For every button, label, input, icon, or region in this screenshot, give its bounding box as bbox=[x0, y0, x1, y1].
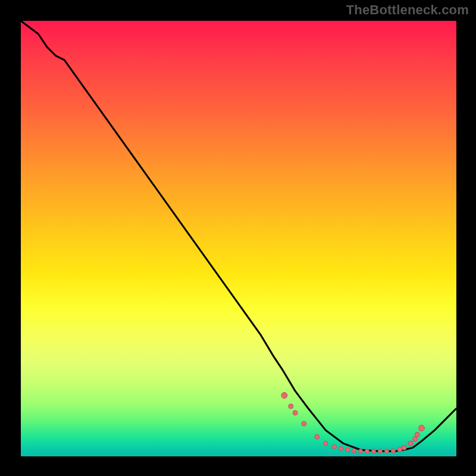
curve-marker bbox=[371, 449, 375, 453]
curve-marker bbox=[293, 411, 298, 415]
curve-marker bbox=[408, 441, 413, 446]
watermark-text: TheBottleneck.com bbox=[346, 2, 469, 18]
plot-area bbox=[21, 21, 456, 456]
curve-marker bbox=[333, 444, 337, 449]
curve-marker bbox=[315, 434, 320, 439]
curve-marker bbox=[352, 449, 356, 453]
curve-marker bbox=[391, 449, 395, 453]
curve-marker bbox=[418, 425, 424, 431]
curve-marker bbox=[281, 393, 287, 399]
curve-marker bbox=[302, 421, 306, 426]
curve-marker bbox=[346, 448, 350, 452]
curve-marker bbox=[358, 449, 362, 453]
curve-marker bbox=[402, 445, 406, 450]
curve-marker bbox=[365, 449, 369, 453]
curve-marker bbox=[384, 449, 389, 453]
curve-marker bbox=[415, 432, 419, 437]
bottleneck-curve bbox=[21, 21, 456, 451]
chart-frame: TheBottleneck.com bbox=[0, 0, 476, 476]
curve-layer bbox=[21, 21, 456, 456]
curve-marker bbox=[289, 404, 293, 409]
curve-marker bbox=[324, 441, 328, 446]
curve-marker bbox=[412, 437, 417, 441]
curve-marker bbox=[397, 447, 402, 452]
curve-marker bbox=[378, 449, 382, 453]
curve-marker bbox=[339, 446, 343, 450]
